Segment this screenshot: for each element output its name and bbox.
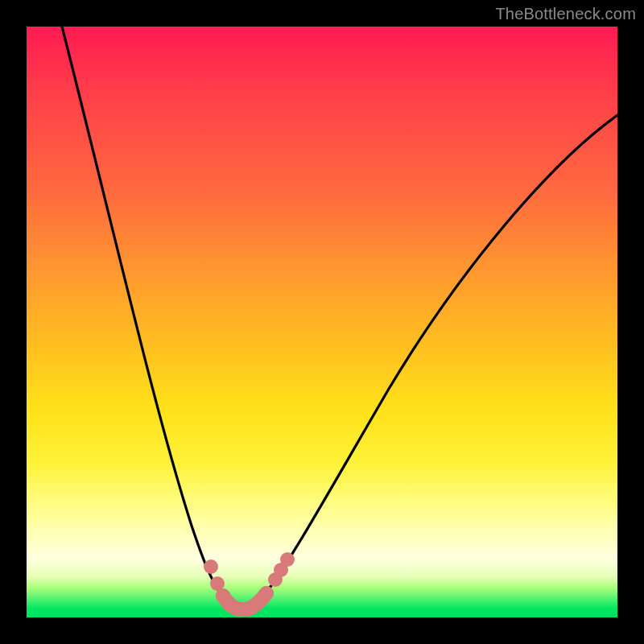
highlight-dots-group <box>204 552 295 617</box>
chart-frame: TheBottleneck.com <box>0 0 644 644</box>
bottleneck-curve-path <box>62 27 617 610</box>
plot-area <box>27 27 617 617</box>
highlight-dot <box>204 559 218 574</box>
bottleneck-curve-svg <box>27 27 617 617</box>
highlight-dot <box>280 552 295 567</box>
highlight-worm <box>223 593 266 609</box>
watermark-text: TheBottleneck.com <box>495 5 636 23</box>
